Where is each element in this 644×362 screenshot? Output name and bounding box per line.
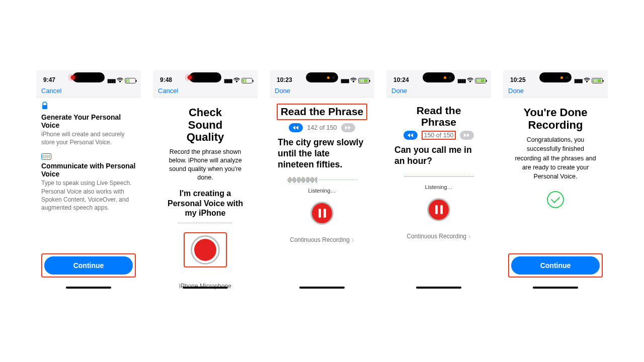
screen-3-read-phrase: 10:23 ▮▮▮▮ 92 Done Read the Phrase 142 o… bbox=[270, 70, 374, 292]
listening-label: Listening… bbox=[391, 184, 486, 190]
home-indicator[interactable] bbox=[183, 287, 228, 289]
cellular-icon: ▮▮▮▮ bbox=[107, 78, 115, 83]
checkmark-icon bbox=[547, 191, 564, 208]
wifi-icon bbox=[584, 77, 590, 83]
footer-label: Continuous Recording bbox=[290, 236, 350, 243]
status-bar: 10:23 ▮▮▮▮ 92 bbox=[270, 70, 374, 84]
continue-button[interactable]: Continue bbox=[44, 256, 133, 275]
prev-phrase-button[interactable] bbox=[404, 131, 418, 140]
highlight-box: Read the Phrase bbox=[277, 104, 368, 120]
dynamic-island bbox=[306, 72, 338, 82]
phrase-text: The city grew slowly until the late nine… bbox=[278, 137, 366, 170]
highlight-box bbox=[184, 232, 227, 267]
nav-bar: Done bbox=[386, 84, 491, 98]
status-time: 9:48 bbox=[160, 76, 172, 83]
wifi-icon bbox=[233, 77, 240, 83]
highlight-box: Continue bbox=[41, 253, 136, 278]
page-title: Check Sound Quality bbox=[172, 107, 238, 144]
pause-button[interactable] bbox=[427, 198, 450, 221]
battery-icon: 24 bbox=[242, 78, 253, 83]
highlight-box: Continue bbox=[508, 253, 603, 278]
status-time: 10:25 bbox=[510, 76, 526, 83]
battery-icon: 92 bbox=[358, 78, 369, 83]
battery-icon: 92 bbox=[475, 78, 486, 83]
page-body: Record the phrase shown below. iPhone wi… bbox=[163, 148, 248, 182]
phrase-text: Can you call me in an hour? bbox=[394, 145, 483, 167]
phrase-count: 150 of 150 bbox=[422, 131, 455, 140]
cellular-icon: ▮▮▮▮ bbox=[224, 78, 232, 83]
done-button[interactable]: Done bbox=[508, 87, 524, 95]
listening-label: Listening… bbox=[275, 188, 369, 194]
svg-rect-0 bbox=[42, 105, 47, 109]
status-bar: 10:24 ▮▮▮▮ 92 bbox=[386, 70, 491, 84]
chevron-right-icon: › bbox=[352, 236, 354, 244]
nav-bar: Done bbox=[503, 84, 608, 98]
home-indicator[interactable] bbox=[533, 287, 578, 289]
status-bar: 10:25 ▮▮▮▮ 92 bbox=[503, 70, 608, 84]
status-time: 10:23 bbox=[277, 76, 292, 83]
nav-bar: Cancel bbox=[36, 84, 141, 98]
cellular-icon: ▮▮▮▮ bbox=[457, 78, 465, 83]
status-time: 9:47 bbox=[43, 76, 55, 83]
cancel-button[interactable]: Cancel bbox=[41, 87, 61, 95]
next-phrase-button[interactable] bbox=[341, 123, 355, 132]
footer-label: Continuous Recording bbox=[407, 233, 466, 240]
battery-icon: 24 bbox=[125, 78, 136, 83]
continuous-recording-link[interactable]: Continuous Recording › bbox=[275, 236, 369, 244]
done-button[interactable]: Done bbox=[391, 87, 407, 95]
dynamic-island bbox=[539, 72, 572, 82]
cancel-button[interactable]: Cancel bbox=[158, 87, 178, 95]
pause-button[interactable] bbox=[310, 202, 334, 225]
page-title: Read the Phrase bbox=[409, 105, 469, 128]
screen-1-intro: 9:47 ▮▮▮▮ 24 Cancel Generate Your Person… bbox=[36, 70, 141, 292]
phrase-counter-row: 150 of 150 bbox=[391, 131, 486, 140]
screen-4-read-phrase: 10:24 ▮▮▮▮ 92 Done Read the Phrase 150 o… bbox=[386, 70, 491, 292]
page-body: Congratulations, you successfully finish… bbox=[513, 135, 598, 181]
section-2-desc: Type to speak using Live Speech. Persona… bbox=[41, 179, 136, 212]
page-title: Read the Phrase bbox=[281, 106, 364, 117]
status-time: 10:24 bbox=[393, 76, 409, 83]
section-1-title: Generate Your Personal Voice bbox=[41, 113, 136, 129]
page-title: You're Done Recording bbox=[511, 107, 600, 131]
phrase-count: 142 of 150 bbox=[307, 124, 337, 131]
cellular-icon: ▮▮▮▮ bbox=[574, 78, 582, 83]
continuous-recording-link[interactable]: Continuous Recording › bbox=[391, 232, 486, 240]
sample-phrase: I'm creating a Personal Voice with my iP… bbox=[167, 189, 244, 218]
wifi-icon bbox=[467, 77, 473, 83]
nav-bar: Cancel bbox=[153, 84, 258, 98]
status-bar: 9:48 ▮▮▮▮ 24 bbox=[153, 70, 258, 84]
section-2-title: Communicate with Personal Voice bbox=[41, 162, 136, 178]
phrase-counter-row: 142 of 150 bbox=[275, 123, 369, 132]
waveform-placeholder: ·································· bbox=[158, 221, 253, 225]
lock-icon bbox=[41, 102, 136, 112]
record-button[interactable] bbox=[191, 235, 220, 264]
home-indicator[interactable] bbox=[416, 287, 461, 289]
prev-phrase-button[interactable] bbox=[289, 123, 303, 132]
wifi-icon bbox=[350, 77, 357, 83]
status-bar: 9:47 ▮▮▮▮ 24 bbox=[36, 70, 141, 84]
section-1-desc: iPhone will create and securely store yo… bbox=[41, 130, 136, 146]
continue-button[interactable]: Continue bbox=[511, 256, 600, 275]
home-indicator[interactable] bbox=[299, 287, 345, 289]
wifi-icon bbox=[117, 77, 123, 83]
home-indicator[interactable] bbox=[66, 287, 111, 289]
screen-2-sound-check: 9:48 ▮▮▮▮ 24 Cancel Check Sound Quality … bbox=[153, 70, 258, 292]
next-phrase-button[interactable] bbox=[460, 131, 474, 140]
waveform-icon bbox=[391, 173, 486, 180]
nav-bar: Done bbox=[270, 84, 374, 98]
dynamic-island bbox=[72, 72, 105, 82]
dynamic-island bbox=[423, 72, 455, 82]
done-button[interactable]: Done bbox=[275, 87, 290, 95]
dynamic-island bbox=[189, 72, 221, 82]
battery-icon: 92 bbox=[592, 78, 603, 83]
chevron-right-icon: › bbox=[468, 232, 471, 240]
waveform-icon bbox=[275, 176, 369, 184]
screen-5-done: 10:25 ▮▮▮▮ 92 Done You're Done Recording… bbox=[503, 70, 608, 292]
keyboard-icon bbox=[41, 153, 51, 160]
cellular-icon: ▮▮▮▮ bbox=[341, 78, 349, 83]
